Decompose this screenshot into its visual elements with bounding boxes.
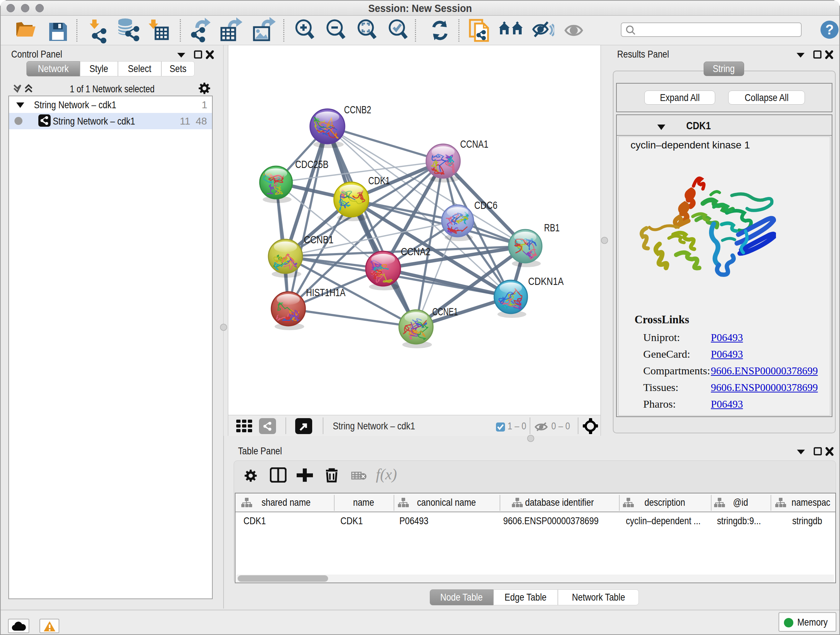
- svg-text:CCNA2: CCNA2: [401, 246, 431, 257]
- svg-text:CDKN1A: CDKN1A: [528, 276, 564, 287]
- svg-text:CCNE1: CCNE1: [432, 306, 458, 318]
- svg-text:CCNB1: CCNB1: [304, 234, 333, 245]
- svg-text:CDK1: CDK1: [368, 175, 390, 187]
- svg-text:?: ?: [825, 22, 834, 37]
- svg-text:CCNB2: CCNB2: [344, 104, 371, 116]
- svg-text:HIST1H1A: HIST1H1A: [306, 287, 346, 298]
- svg-text:CDC25B: CDC25B: [295, 158, 328, 170]
- svg-text:CDC6: CDC6: [474, 200, 497, 211]
- svg-text:RB1: RB1: [544, 222, 560, 233]
- svg-text:CCNA1: CCNA1: [460, 138, 488, 150]
